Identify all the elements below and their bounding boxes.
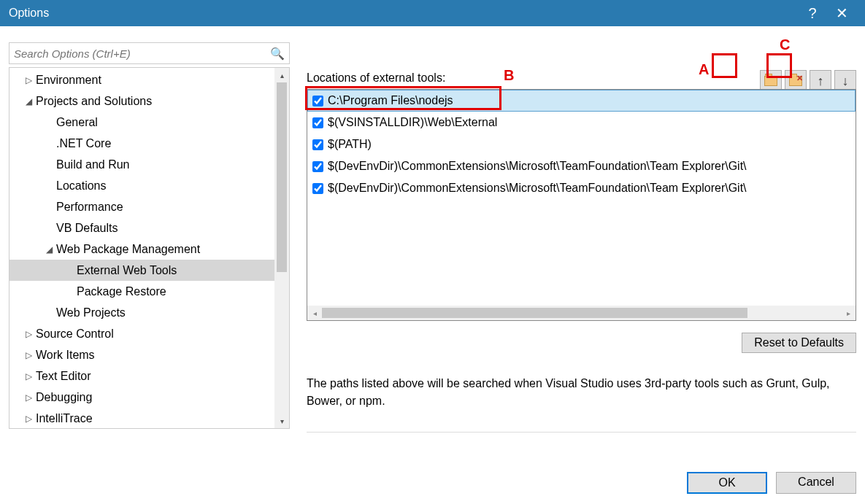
tree-item[interactable]: General <box>9 112 289 133</box>
tree-item[interactable]: ▷Work Items <box>9 344 289 365</box>
tree-item[interactable]: ▷IntelliTrace <box>9 408 289 428</box>
expand-icon[interactable]: ▷ <box>23 392 34 403</box>
tree-item[interactable]: External Web Tools <box>9 260 289 281</box>
scroll-up-icon[interactable]: ▴ <box>274 68 289 82</box>
tree-item[interactable]: Package Restore <box>9 281 289 302</box>
tree-item-label: .NET Core <box>55 137 111 150</box>
tree-item-label: Work Items <box>34 349 95 362</box>
expand-icon[interactable]: ▷ <box>23 350 34 360</box>
tree-item-label: VB Defaults <box>55 222 118 235</box>
tree-item[interactable]: VB Defaults <box>9 217 289 239</box>
reset-defaults-button[interactable]: Reset to Defaults <box>742 333 856 353</box>
tree-item[interactable]: ▷Environment <box>9 69 289 90</box>
tree-item[interactable]: ▷Text Editor <box>9 365 289 387</box>
paths-listbox[interactable]: C:\Program Files\nodejs$(VSINSTALLDIR)\W… <box>307 89 856 321</box>
hscroll-thumb[interactable] <box>322 308 747 318</box>
help-button[interactable]: ? <box>798 5 827 22</box>
expand-icon[interactable]: ▷ <box>23 414 34 424</box>
folder-delete-icon: ✕ <box>789 76 802 86</box>
list-item[interactable]: $(DevEnvDir)\CommonExtensions\Microsoft\… <box>307 155 856 177</box>
path-label: $(DevEnvDir)\CommonExtensions\Microsoft\… <box>328 182 747 195</box>
description-text: The paths listed above will be searched … <box>307 375 856 410</box>
right-panel: Locations of external tools: ✕ ↑ ↓ C:\Pr… <box>307 42 856 433</box>
tree-item-label: Debugging <box>34 391 92 404</box>
list-hscrollbar[interactable]: ◂ ▸ <box>307 306 856 320</box>
list-item[interactable]: C:\Program Files\nodejs <box>307 90 856 112</box>
tree-item-label: Locations <box>55 179 107 193</box>
tree-item-label: Environment <box>34 74 101 87</box>
expand-icon[interactable]: ▷ <box>23 371 34 381</box>
tree-item[interactable]: Web Projects <box>9 302 289 323</box>
arrow-down-icon: ↓ <box>842 74 849 89</box>
tree-item[interactable]: ▷Source Control <box>9 323 289 344</box>
path-label: $(DevEnvDir)\CommonExtensions\Microsoft\… <box>328 160 747 173</box>
tree-item[interactable]: Build and Run <box>9 154 289 175</box>
tree-item-label: Source Control <box>34 327 114 341</box>
tree-item-label: Text Editor <box>34 370 91 383</box>
tree-item[interactable]: ▷Debugging <box>9 387 289 408</box>
tree-item[interactable]: ◢Web Package Management <box>9 239 289 260</box>
divider <box>307 432 856 433</box>
path-checkbox[interactable] <box>312 139 323 150</box>
path-label: C:\Program Files\nodejs <box>328 94 453 107</box>
search-icon: 🔍 <box>270 47 285 61</box>
path-label: $(VSINSTALLDIR)\Web\External <box>328 116 497 129</box>
ok-button[interactable]: OK <box>687 472 767 494</box>
tree-item[interactable]: Locations <box>9 175 289 196</box>
scroll-thumb[interactable] <box>277 82 287 272</box>
tree-item-label: Performance <box>55 201 123 214</box>
close-button[interactable]: ✕ <box>827 4 856 22</box>
options-tree: ▷Environment◢Projects and SolutionsGener… <box>9 67 290 429</box>
cancel-button[interactable]: Cancel <box>776 472 856 494</box>
dialog-content: 🔍 ▷Environment◢Projects and SolutionsGen… <box>0 26 865 504</box>
tree-item-label: External Web Tools <box>75 264 177 277</box>
list-item[interactable]: $(VSINSTALLDIR)\Web\External <box>307 112 856 133</box>
collapse-icon[interactable]: ◢ <box>43 244 55 255</box>
tree-item[interactable]: .NET Core <box>9 133 289 154</box>
tree-item-label: Build and Run <box>55 158 130 171</box>
tree-item-label: Web Package Management <box>55 243 200 256</box>
path-checkbox[interactable] <box>312 161 323 172</box>
path-label: $(PATH) <box>328 138 372 151</box>
left-panel: 🔍 ▷Environment◢Projects and SolutionsGen… <box>9 42 290 429</box>
scroll-left-icon[interactable]: ◂ <box>307 306 322 320</box>
tree-item-label: Projects and Solutions <box>34 95 152 108</box>
path-checkbox[interactable] <box>312 96 323 106</box>
list-item[interactable]: $(DevEnvDir)\CommonExtensions\Microsoft\… <box>307 177 856 199</box>
scroll-down-icon[interactable]: ▾ <box>274 414 289 428</box>
collapse-icon[interactable]: ◢ <box>23 96 34 106</box>
tree-item[interactable]: ◢Projects and Solutions <box>9 90 289 112</box>
tree-scrollbar[interactable]: ▴ ▾ <box>274 68 289 428</box>
arrow-up-icon: ↑ <box>818 74 824 89</box>
search-box[interactable]: 🔍 <box>9 42 290 64</box>
scroll-right-icon[interactable]: ▸ <box>841 306 856 320</box>
window-title: Options <box>9 7 798 20</box>
tree-item-label: General <box>55 116 98 129</box>
path-checkbox[interactable] <box>312 183 323 194</box>
folder-icon <box>764 76 777 86</box>
tree-item[interactable]: Performance <box>9 196 289 217</box>
path-checkbox[interactable] <box>312 117 323 128</box>
tree-item-label: Web Projects <box>55 306 126 319</box>
list-item[interactable]: $(PATH) <box>307 133 856 155</box>
tree-item-label: IntelliTrace <box>34 412 93 425</box>
tree-item-label: Package Restore <box>75 285 166 298</box>
title-bar: Options ? ✕ <box>0 0 865 26</box>
expand-icon[interactable]: ▷ <box>23 329 34 339</box>
search-input[interactable] <box>14 47 270 60</box>
footer-buttons: OK Cancel <box>687 472 856 494</box>
expand-icon[interactable]: ▷ <box>23 75 34 85</box>
